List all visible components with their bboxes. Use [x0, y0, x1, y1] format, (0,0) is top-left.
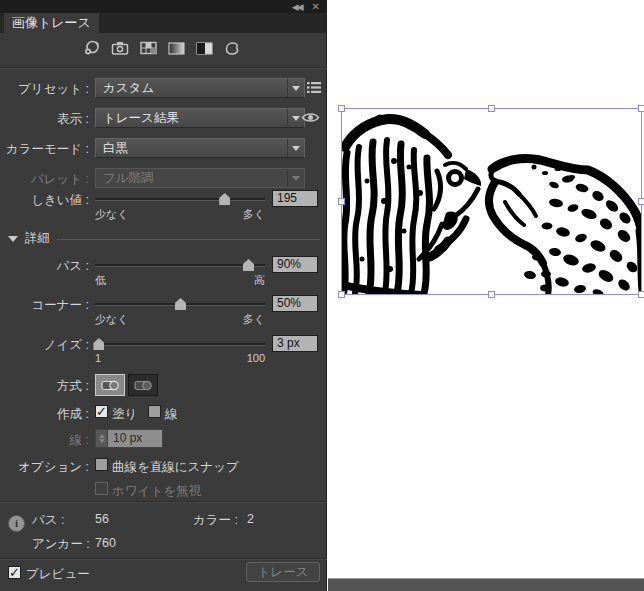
corners-slider-thumb[interactable]	[175, 298, 186, 310]
noise-slider-thumb[interactable]	[93, 338, 104, 350]
stepper-arrows-icon	[95, 429, 108, 448]
preset-menu-icon[interactable]	[306, 81, 322, 97]
corners-slider[interactable]	[95, 303, 265, 306]
tab-image-trace[interactable]: 画像トレース	[4, 13, 99, 33]
black-white-icon[interactable]	[192, 37, 216, 59]
preview-checkbox-label: プレビュー	[26, 566, 90, 583]
corners-min-label: 少なく	[95, 312, 129, 327]
paths-range-labels: 低 高	[95, 273, 265, 288]
chevron-down-icon[interactable]	[287, 79, 304, 97]
chevron-down-icon	[287, 169, 304, 187]
paths-label: パス :	[0, 258, 89, 275]
threshold-value-field[interactable]: 195	[272, 190, 318, 207]
grayscale-icon[interactable]	[164, 37, 188, 59]
high-color-icon[interactable]	[108, 37, 132, 59]
noise-max-label: 100	[247, 352, 265, 364]
chevron-down-icon[interactable]	[287, 139, 304, 157]
palette-value: フル階調	[96, 169, 287, 187]
noise-label: ノイズ :	[0, 337, 89, 354]
threshold-label: しきい値 :	[0, 192, 89, 209]
snap-curves-label: 曲線を直線にスナップ	[112, 459, 239, 476]
threshold-max-label: 多く	[243, 207, 265, 222]
disclosure-triangle-icon[interactable]	[8, 236, 18, 247]
color-mode-value: 白黒	[96, 139, 287, 157]
divider	[0, 67, 327, 69]
stroke-width-value: 10 px	[108, 429, 163, 448]
ignore-white-checkbox	[95, 482, 108, 495]
view-label: 表示 :	[0, 111, 89, 128]
view-dropdown[interactable]: トレース結果	[95, 108, 305, 128]
paths-slider[interactable]	[95, 264, 265, 267]
fills-checkbox[interactable]	[95, 405, 108, 418]
stat-paths-label: パス :	[32, 512, 65, 529]
selection-handle[interactable]	[338, 198, 345, 205]
noise-value-field[interactable]: 3 px	[272, 335, 318, 352]
noise-slider[interactable]	[95, 343, 265, 346]
advanced-section-header[interactable]: 詳細	[8, 230, 320, 247]
stat-anchors-value: 760	[95, 536, 116, 550]
artboard[interactable]	[328, 0, 644, 591]
pasteboard	[328, 578, 644, 591]
preview-checkbox[interactable]	[8, 566, 21, 579]
view-value: トレース結果	[96, 109, 287, 127]
stat-colors-value: 2	[247, 512, 254, 526]
method-label: 方式 :	[0, 378, 89, 395]
palette-label: パレット :	[0, 171, 89, 188]
fills-checkbox-label: 塗り	[112, 406, 137, 423]
color-mode-dropdown[interactable]: 白黒	[95, 138, 305, 158]
strokes-checkbox-label: 線	[165, 406, 178, 423]
panel-tab-row: 画像トレース	[0, 13, 326, 33]
method-overlapping-button[interactable]	[128, 374, 158, 396]
corners-value-field[interactable]: 50%	[272, 295, 318, 312]
stroke-width-stepper: 10 px	[95, 429, 163, 448]
method-abutting-button[interactable]	[95, 374, 125, 396]
selection-handle[interactable]	[338, 291, 345, 298]
corners-max-label: 多く	[243, 312, 265, 327]
collapse-panel-icon[interactable]: ◀◀	[292, 2, 302, 12]
threshold-min-label: 少なく	[95, 207, 129, 222]
auto-color-icon[interactable]	[80, 37, 104, 59]
threshold-slider-thumb[interactable]	[219, 193, 230, 205]
corners-label: コーナー :	[0, 297, 89, 314]
noise-min-label: 1	[95, 352, 101, 364]
snap-curves-checkbox[interactable]	[95, 458, 108, 471]
paths-slider-thumb[interactable]	[243, 259, 254, 271]
close-panel-icon[interactable]: ✕	[312, 1, 320, 12]
selection-handle[interactable]	[338, 105, 345, 112]
image-trace-panel: ◀◀ ✕ 画像トレース	[0, 0, 327, 591]
selection-handle[interactable]	[638, 291, 644, 298]
divider	[0, 501, 327, 503]
paths-min-label: 低	[95, 273, 106, 288]
image-trace-workspace: ◀◀ ✕ 画像トレース	[0, 0, 644, 591]
preset-label: プリセット :	[0, 81, 89, 98]
eye-icon[interactable]	[301, 111, 320, 127]
strokes-checkbox[interactable]	[148, 405, 161, 418]
trace-button[interactable]: トレース	[246, 562, 320, 582]
outline-icon[interactable]	[220, 37, 244, 59]
options-label: オプション :	[0, 459, 89, 476]
info-icon: i	[8, 515, 25, 532]
low-color-icon[interactable]	[136, 37, 160, 59]
paths-value-field[interactable]: 90%	[272, 256, 318, 273]
threshold-slider[interactable]	[95, 198, 265, 201]
divider	[0, 558, 327, 560]
selection-handle[interactable]	[638, 198, 644, 205]
color-mode-label: カラーモード :	[0, 141, 89, 158]
stat-anchors-label: アンカー :	[32, 536, 90, 553]
selection-handle[interactable]	[488, 291, 495, 298]
preset-dropdown[interactable]: カスタム	[95, 78, 305, 98]
method-buttons	[95, 374, 158, 396]
ignore-white-label: ホワイトを無視	[112, 483, 201, 500]
stat-colors-label: カラー :	[193, 512, 238, 529]
preset-value: カスタム	[96, 79, 287, 97]
panel-title-bar: ◀◀ ✕	[0, 0, 326, 13]
selection-handle[interactable]	[488, 105, 495, 112]
selection-handle[interactable]	[638, 105, 644, 112]
paths-max-label: 高	[254, 273, 265, 288]
section-rule	[57, 239, 320, 240]
advanced-section-title: 詳細	[25, 230, 50, 247]
stroke-width-label: 線 :	[0, 432, 89, 449]
noise-range-labels: 1 100	[95, 352, 265, 364]
threshold-range-labels: 少なく 多く	[95, 207, 265, 222]
stat-paths-value: 56	[95, 512, 109, 526]
